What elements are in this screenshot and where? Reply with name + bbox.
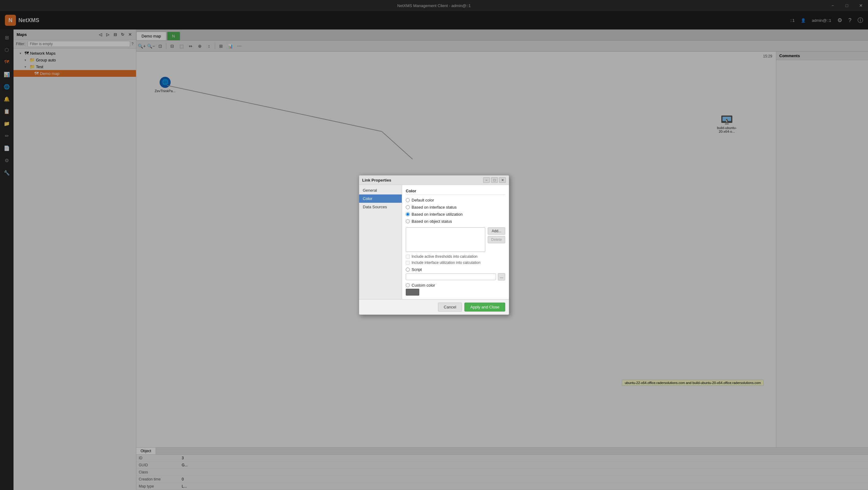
cancel-button[interactable]: Cancel bbox=[438, 302, 462, 312]
radio-interface-util[interactable]: Based on interface utilization bbox=[406, 212, 505, 217]
apply-and-close-button[interactable]: Apply and Close bbox=[464, 302, 505, 312]
color-swatch[interactable] bbox=[406, 289, 419, 295]
radio-default-color-input[interactable] bbox=[406, 198, 410, 202]
color-list-area: Add... Delete bbox=[406, 227, 505, 252]
radio-object-status-input[interactable] bbox=[406, 219, 410, 223]
dialog-title: Link Properties bbox=[362, 178, 391, 182]
dialog-close-button[interactable]: ✕ bbox=[499, 177, 506, 183]
dialog-window-controls: − □ ✕ bbox=[483, 177, 506, 183]
script-browse-button[interactable]: … bbox=[498, 273, 505, 281]
checkbox-utilization[interactable] bbox=[406, 261, 410, 265]
custom-color-row bbox=[406, 289, 505, 295]
dialog-overlay: Link Properties − □ ✕ General Color Data… bbox=[0, 0, 868, 490]
radio-default-color[interactable]: Default color bbox=[406, 198, 505, 202]
radio-custom-color-input[interactable] bbox=[406, 283, 410, 287]
apply-label: Apply and Close bbox=[470, 305, 499, 309]
link-properties-dialog: Link Properties − □ ✕ General Color Data… bbox=[359, 175, 509, 315]
dialog-left-nav: General Color Data Sources bbox=[359, 185, 402, 299]
radio-interface-status-input[interactable] bbox=[406, 205, 410, 209]
nav-item-data-sources[interactable]: Data Sources bbox=[359, 203, 402, 211]
checkbox-thresholds-label: Include active thresholds into calculati… bbox=[412, 254, 477, 259]
checkbox-thresholds[interactable] bbox=[406, 255, 410, 259]
script-row: … bbox=[406, 273, 505, 281]
dialog-maximize-button[interactable]: □ bbox=[491, 177, 498, 183]
radio-custom-color-row: Custom color bbox=[406, 283, 505, 288]
checkbox-utilization-label: Include interface utilization into calcu… bbox=[412, 261, 480, 265]
script-input[interactable] bbox=[406, 273, 496, 280]
checkbox-thresholds-row: Include active thresholds into calculati… bbox=[406, 254, 505, 259]
radio-object-status[interactable]: Based on object status bbox=[406, 219, 505, 224]
radio-interface-util-label: Based on interface utilization bbox=[412, 212, 463, 217]
dialog-titlebar: Link Properties − □ ✕ bbox=[359, 175, 509, 185]
radio-default-color-label: Default color bbox=[412, 198, 434, 202]
color-section-title: Color bbox=[406, 189, 505, 195]
dialog-body: General Color Data Sources Color Default… bbox=[359, 185, 509, 299]
color-radio-group: Default color Based on interface status … bbox=[406, 198, 505, 224]
nav-item-color[interactable]: Color bbox=[359, 195, 402, 203]
radio-interface-status-label: Based on interface status bbox=[412, 205, 457, 209]
radio-script-label: Script bbox=[412, 267, 422, 272]
radio-script-row: Script bbox=[406, 267, 505, 272]
radio-interface-status[interactable]: Based on interface status bbox=[406, 205, 505, 209]
dialog-footer: Cancel Apply and Close bbox=[359, 299, 509, 315]
color-list-box bbox=[406, 227, 485, 252]
radio-script-input[interactable] bbox=[406, 267, 410, 271]
dialog-minimize-button[interactable]: − bbox=[483, 177, 490, 183]
delete-color-button[interactable]: Delete bbox=[488, 236, 505, 243]
radio-interface-util-input[interactable] bbox=[406, 212, 410, 216]
checkbox-utilization-row: Include interface utilization into calcu… bbox=[406, 261, 505, 265]
radio-object-status-label: Based on object status bbox=[412, 219, 452, 224]
cancel-label: Cancel bbox=[444, 305, 456, 309]
color-action-buttons: Add... Delete bbox=[488, 227, 505, 252]
dialog-content: Color Default color Based on interface s… bbox=[402, 185, 509, 299]
add-color-button[interactable]: Add... bbox=[488, 227, 505, 235]
nav-item-general[interactable]: General bbox=[359, 186, 402, 195]
radio-custom-color-label: Custom color bbox=[412, 283, 435, 288]
